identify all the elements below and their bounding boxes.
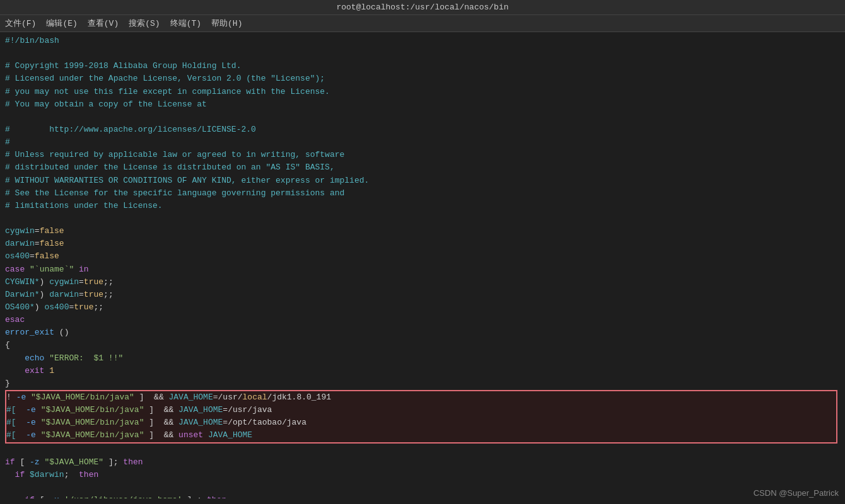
menu-terminal[interactable]: 终端(T) [170, 18, 201, 29]
line-blank-5 [5, 481, 840, 494]
line-shebang: #!/bin/bash [5, 35, 840, 47]
line-blank-4 [5, 444, 840, 456]
line-comment-7: # Unless required by applicable law or a… [5, 149, 840, 161]
line-comment-11: # limitations under the License. [5, 200, 840, 212]
menu-bar: 文件(F) 编辑(E) 查看(V) 搜索(S) 终端(T) 帮助(H) [0, 15, 845, 32]
line-if-java-home: if [ -z "$JAVA_HOME" ]; then [5, 456, 840, 469]
line-exit: exit 1 [5, 365, 840, 377]
line-esac: esac [5, 314, 840, 326]
title-text: root@localhost:/usr/local/nacos/bin [336, 3, 508, 12]
line-comment-3: # you may not use this file except in co… [5, 86, 840, 98]
line-comment-6: # [5, 136, 840, 149]
line-blank-2 [5, 111, 840, 123]
line-brace-close: } [5, 377, 840, 390]
line-comment-1: # Copyright 1999-2018 Alibaba Group Hold… [5, 60, 840, 72]
line-darwin: darwin=false [5, 238, 840, 250]
watermark: CSDN @Super_Patrick [754, 488, 839, 498]
line-cygwin: cygwin=false [5, 225, 840, 238]
line-comment-2: # Licensed under the Apache License, Ver… [5, 72, 840, 85]
line-os400: os400=false [5, 250, 840, 263]
line-comment-4: # You may obtain a copy of the License a… [5, 98, 840, 111]
line-java-check-3: #[ -e "$JAVA_HOME/bin/java" ] && JAVA_HO… [6, 416, 836, 429]
line-java-check-1: ! -e "$JAVA_HOME/bin/java" ] && JAVA_HOM… [6, 391, 836, 404]
line-java-check-4: #[ -e "$JAVA_HOME/bin/java" ] && unset J… [6, 429, 836, 442]
line-blank-3 [5, 212, 840, 225]
line-brace-open: { [5, 339, 840, 352]
menu-file[interactable]: 文件(F) [5, 18, 36, 29]
line-error-exit: error_exit () [5, 326, 840, 339]
menu-edit[interactable]: 编辑(E) [46, 18, 77, 29]
title-bar: root@localhost:/usr/local/nacos/bin [0, 0, 845, 15]
line-comment-9: # WITHOUT WARRANTIES OR CONDITIONS OF AN… [5, 175, 840, 187]
line-if-libexec: if [ -x '/usr/libexec/java_home' ] ; the… [5, 494, 840, 498]
line-comment-10: # See the License for the specific langu… [5, 187, 840, 200]
line-java-check-2: #[ -e "$JAVA_HOME/bin/java" ] && JAVA_HO… [6, 404, 836, 416]
line-os400-case: OS400*) os400=true;; [5, 301, 840, 314]
line-comment-5: # http://www.apache.org/licenses/LICENSE… [5, 123, 840, 136]
line-case: case "`uname`" in [5, 263, 840, 276]
line-darwin-case: Darwin*) darwin=true;; [5, 289, 840, 301]
line-if-darwin: if $darwin; then [5, 469, 840, 481]
line-blank-1 [5, 47, 840, 60]
menu-search[interactable]: 搜索(S) [129, 18, 160, 29]
menu-view[interactable]: 查看(V) [88, 18, 119, 29]
line-cygwin-case: CYGWIN*) cygwin=true;; [5, 276, 840, 289]
line-comment-8: # distributed under the License is distr… [5, 161, 840, 174]
line-echo: echo "ERROR: $1 !!" [5, 352, 840, 365]
terminal-content: #!/bin/bash # Copyright 1999-2018 Alibab… [0, 32, 845, 498]
highlight-section: ! -e "$JAVA_HOME/bin/java" ] && JAVA_HOM… [5, 390, 837, 444]
menu-help[interactable]: 帮助(H) [211, 18, 242, 29]
